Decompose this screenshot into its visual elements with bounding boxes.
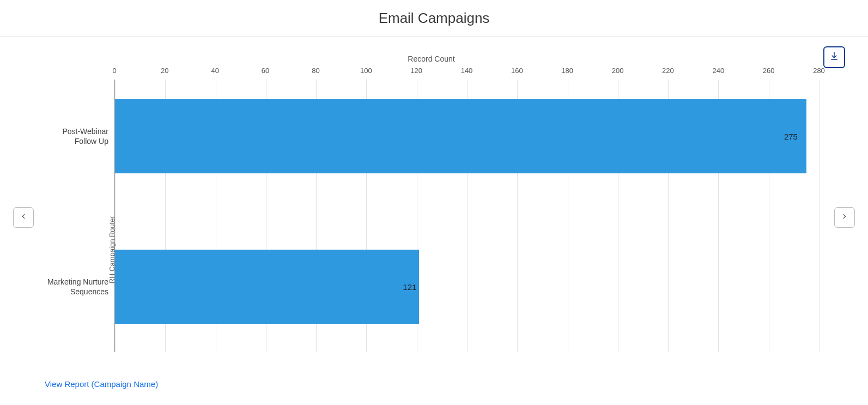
bar-row: Marketing Nurture Sequences121 bbox=[115, 250, 819, 324]
next-button[interactable] bbox=[834, 207, 855, 228]
category-label: Post-Webinar Follow Up bbox=[43, 126, 108, 146]
x-tick: 0 bbox=[112, 67, 116, 75]
x-axis-ticks: 020406080100120140160180200220240260280 bbox=[114, 67, 819, 80]
x-tick: 80 bbox=[312, 67, 319, 75]
download-icon bbox=[829, 51, 839, 63]
x-axis-title: Record Count bbox=[44, 55, 819, 63]
x-tick: 220 bbox=[662, 67, 674, 75]
plot-area: RH Campaign Router Post-Webinar Follow U… bbox=[114, 80, 819, 352]
x-tick: 200 bbox=[612, 67, 624, 75]
category-label: Marketing Nurture Sequences bbox=[43, 277, 108, 297]
bar-row: Post-Webinar Follow Up275 bbox=[115, 99, 819, 173]
divider bbox=[0, 37, 868, 37]
x-tick: 120 bbox=[410, 67, 422, 75]
x-tick: 60 bbox=[262, 67, 269, 75]
x-tick: 240 bbox=[712, 67, 724, 75]
x-tick: 260 bbox=[763, 67, 775, 75]
x-tick: 140 bbox=[461, 67, 473, 75]
x-tick: 160 bbox=[511, 67, 523, 75]
x-tick: 280 bbox=[813, 67, 825, 75]
chevron-left-icon bbox=[20, 213, 27, 222]
x-tick: 40 bbox=[211, 67, 218, 75]
bar[interactable] bbox=[115, 99, 806, 173]
chart-area: Record Count 020406080100120140160180200… bbox=[44, 55, 819, 372]
chevron-right-icon bbox=[841, 213, 848, 222]
prev-button[interactable] bbox=[13, 207, 34, 228]
bar[interactable] bbox=[115, 250, 419, 324]
gridline bbox=[819, 80, 820, 352]
bar-value-label: 121 bbox=[398, 282, 421, 292]
x-tick: 100 bbox=[360, 67, 372, 75]
x-tick: 20 bbox=[161, 67, 168, 75]
bar-value-label: 275 bbox=[780, 132, 802, 141]
view-report-link[interactable]: View Report (Campaign Name) bbox=[45, 379, 158, 389]
x-tick: 180 bbox=[561, 67, 573, 75]
download-button[interactable] bbox=[823, 46, 845, 68]
chart-title: Email Campaigns bbox=[0, 0, 868, 37]
